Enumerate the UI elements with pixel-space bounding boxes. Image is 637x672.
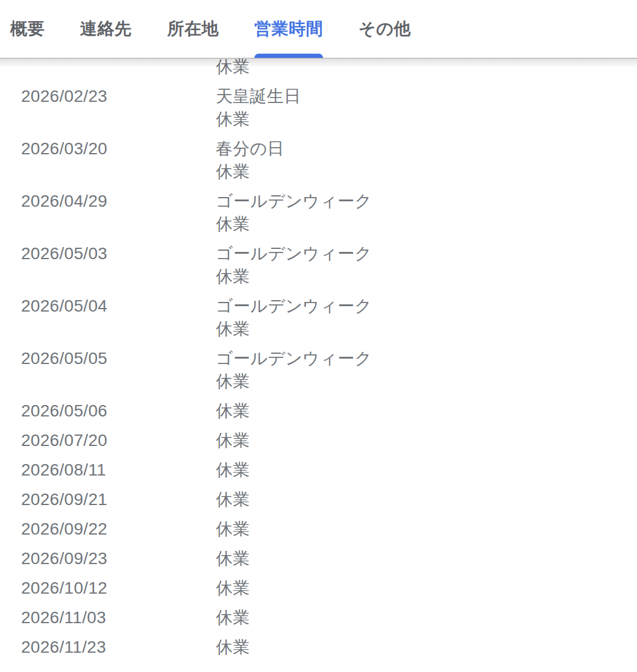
desc-cell: 休業 — [216, 636, 637, 659]
desc-cell: 休業 — [216, 429, 637, 452]
desc-cell: ゴールデンウィーク 休業 — [216, 190, 637, 236]
date-cell: 2026/11/23 — [0, 636, 216, 659]
status-label: 休業 — [216, 459, 637, 482]
special-hours-row: 2026/05/06 休業 — [0, 397, 637, 426]
desc-cell: 天皇誕生日 休業 — [216, 85, 637, 131]
holiday-name: ゴールデンウィーク — [216, 347, 637, 370]
special-hours-list: 休業 2026/02/23 天皇誕生日 休業 2026/03/20 春分の日 休… — [0, 58, 637, 662]
date-cell: 2026/07/20 — [0, 429, 216, 452]
desc-cell: 休業 — [216, 606, 637, 629]
date-cell: 2026/03/20 — [0, 137, 216, 183]
status-label: 休業 — [216, 58, 637, 78]
date-cell: 2026/08/11 — [0, 459, 216, 482]
place-details-panel: 概要 連絡先 所在地 営業時間 その他 休業 2026/02/23 天皇誕生日 … — [0, 0, 637, 672]
desc-cell: ゴールデンウィーク 休業 — [216, 242, 637, 288]
tab-label: 所在地 — [168, 17, 219, 40]
desc-cell: 休業 — [216, 488, 637, 511]
date-cell: 2026/05/04 — [0, 295, 216, 341]
tab-bar: 概要 連絡先 所在地 営業時間 その他 — [0, 0, 637, 58]
holiday-name: ゴールデンウィーク — [216, 295, 637, 318]
status-label: 休業 — [216, 577, 637, 600]
date-cell: 2026/11/03 — [0, 606, 216, 629]
status-label: 休業 — [216, 160, 637, 183]
tab-label: その他 — [359, 17, 411, 40]
active-tab-indicator — [254, 54, 323, 58]
special-hours-row: 2026/05/04 ゴールデンウィーク 休業 — [0, 292, 637, 344]
desc-cell: 休業 — [216, 58, 637, 78]
status-label: 休業 — [216, 547, 637, 570]
special-hours-row: 2026/09/22 休業 — [0, 515, 637, 544]
holiday-name: 天皇誕生日 — [216, 85, 637, 108]
date-cell: 2026/05/06 — [0, 400, 216, 422]
tab-overview[interactable]: 概要 — [10, 0, 45, 58]
status-label: 休業 — [216, 370, 637, 393]
date-cell: 2026/05/03 — [0, 242, 216, 288]
desc-cell: 休業 — [216, 459, 637, 482]
tab-contact[interactable]: 連絡先 — [80, 0, 132, 58]
desc-cell: 休業 — [216, 547, 637, 570]
desc-cell: 春分の日 休業 — [216, 137, 637, 183]
special-hours-row: 2026/05/03 ゴールデンウィーク 休業 — [0, 239, 637, 292]
status-label: 休業 — [216, 213, 637, 236]
tab-label: 連絡先 — [80, 17, 132, 40]
status-label: 休業 — [216, 429, 637, 452]
special-hours-row: 2026/05/05 ゴールデンウィーク 休業 — [0, 344, 637, 397]
special-hours-row: 2026/03/20 春分の日 休業 — [0, 134, 637, 187]
status-label: 休業 — [216, 488, 637, 511]
status-label: 休業 — [216, 108, 637, 131]
holiday-name: ゴールデンウィーク — [216, 242, 637, 265]
special-hours-row: 2026/02/23 天皇誕生日 休業 — [0, 82, 637, 134]
special-hours-row: 2026/11/23 休業 — [0, 633, 637, 662]
holiday-name: ゴールデンウィーク — [216, 190, 637, 213]
date-cell: 2026/02/23 — [0, 85, 216, 131]
status-label: 休業 — [216, 636, 637, 659]
date-cell: 2026/09/21 — [0, 488, 216, 511]
status-label: 休業 — [216, 400, 637, 422]
status-label: 休業 — [216, 265, 637, 288]
date-cell: 2026/04/29 — [0, 190, 216, 236]
special-hours-row: 2026/11/03 休業 — [0, 603, 637, 633]
status-label: 休業 — [216, 518, 637, 541]
desc-cell: 休業 — [216, 518, 637, 541]
status-label: 休業 — [216, 606, 637, 629]
date-cell: 2026/05/05 — [0, 347, 216, 393]
desc-cell: ゴールデンウィーク 休業 — [216, 347, 637, 393]
tab-label: 概要 — [10, 17, 45, 40]
special-hours-row: 2026/07/20 休業 — [0, 426, 637, 456]
desc-cell: ゴールデンウィーク 休業 — [216, 295, 637, 341]
date-cell: 2026/09/23 — [0, 547, 216, 570]
holiday-name: 春分の日 — [216, 137, 637, 160]
tab-location[interactable]: 所在地 — [168, 0, 219, 58]
status-label: 休業 — [216, 318, 637, 341]
tab-other[interactable]: その他 — [359, 0, 411, 58]
special-hours-row: 2026/09/23 休業 — [0, 544, 637, 574]
special-hours-row: 2026/04/29 ゴールデンウィーク 休業 — [0, 187, 637, 239]
business-hours-content[interactable]: 休業 2026/02/23 天皇誕生日 休業 2026/03/20 春分の日 休… — [0, 58, 637, 672]
special-hours-row: 2026/09/21 休業 — [0, 485, 637, 515]
special-hours-row-clipped: 休業 — [0, 58, 637, 82]
special-hours-row: 2026/08/11 休業 — [0, 456, 637, 485]
date-cell: 2026/09/22 — [0, 518, 216, 541]
desc-cell: 休業 — [216, 577, 637, 600]
special-hours-row: 2026/10/12 休業 — [0, 574, 637, 603]
tab-hours[interactable]: 営業時間 — [254, 0, 323, 58]
date-cell: 2026/10/12 — [0, 577, 216, 600]
date-cell — [0, 58, 216, 78]
desc-cell: 休業 — [216, 400, 637, 422]
tab-label: 営業時間 — [254, 17, 323, 40]
